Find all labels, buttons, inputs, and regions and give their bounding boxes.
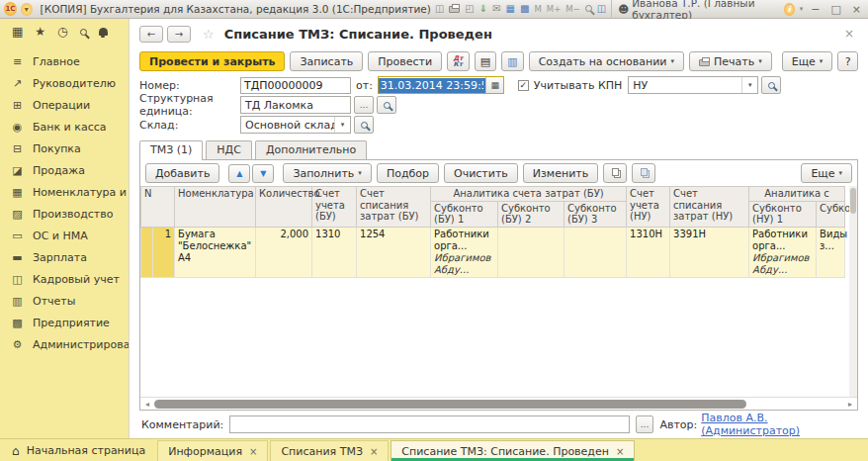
- panels-icon[interactable]: ◫: [597, 4, 606, 14]
- cell-n[interactable]: 1: [153, 227, 175, 277]
- zoom-icon[interactable]: [585, 5, 592, 12]
- print-preview-icon[interactable]: ◰: [465, 4, 474, 14]
- fill-button[interactable]: Заполнить▾: [283, 163, 372, 183]
- calculator-icon[interactable]: ▩: [520, 4, 529, 14]
- cell-nomenclature[interactable]: Бумага "Белоснежка" А4: [175, 227, 256, 277]
- main-menu-dropdown-icon[interactable]: ▾: [21, 3, 33, 16]
- write-button[interactable]: Записать: [290, 51, 363, 71]
- registers-button[interactable]: ▥: [501, 51, 524, 71]
- unit-field[interactable]: ТД Лакомка: [240, 96, 351, 114]
- move-down-button[interactable]: ▼: [252, 164, 274, 183]
- kpn-combo[interactable]: НУ ▾: [628, 76, 758, 94]
- clear-button[interactable]: Очистить: [444, 163, 518, 183]
- warehouse-combo[interactable]: Основной склад ▾: [240, 116, 351, 134]
- minimize-button[interactable]: −: [808, 3, 823, 16]
- horizontal-scrollbar[interactable]: ◂ ▸: [140, 397, 857, 410]
- cell-sub-bu-2[interactable]: [498, 227, 564, 277]
- close-form-icon[interactable]: ×: [840, 27, 858, 41]
- number-input[interactable]: [240, 77, 351, 94]
- forward-button[interactable]: →: [167, 26, 191, 43]
- post-button[interactable]: Провести: [368, 51, 442, 71]
- edit-button[interactable]: Изменить: [523, 163, 598, 183]
- current-user[interactable]: ☻ Иванова Т.Р. (Главный бухгалтер): [611, 0, 779, 21]
- create-on-basis-button[interactable]: Создать на основании▾: [529, 51, 684, 71]
- export-icon[interactable]: ✉: [492, 4, 500, 14]
- unit-open-button[interactable]: [377, 96, 396, 114]
- comment-input[interactable]: [229, 415, 629, 433]
- help-button[interactable]: ?: [837, 51, 858, 71]
- memory-plus-button[interactable]: M+: [547, 4, 561, 14]
- search-icon[interactable]: [80, 29, 87, 36]
- unit-select-button[interactable]: ...: [354, 96, 374, 114]
- sidebar-item-administrirovanie[interactable]: ⚙Администрирование: [0, 333, 129, 355]
- cell-account-bu[interactable]: 1310: [312, 227, 357, 277]
- comment-select-button[interactable]: ...: [636, 415, 654, 433]
- scroll-left-icon[interactable]: ◂: [142, 400, 152, 409]
- paste-rows-button[interactable]: [632, 163, 655, 183]
- kpn-checkbox[interactable]: ✓: [518, 80, 529, 91]
- cell-expense-bu[interactable]: 1254: [357, 227, 431, 277]
- move-up-button[interactable]: ▲: [228, 164, 250, 183]
- history-icon[interactable]: ◷: [57, 25, 67, 39]
- cell-sub-bu-1[interactable]: Работники орга...Ибрагимов Абду...: [431, 227, 498, 277]
- sidebar-item-nomenklatura-i-sklad[interactable]: ▦Номенклатура и склад: [0, 181, 129, 203]
- sidebar-item-bank-i-kassa[interactable]: ◉Банк и касса: [0, 116, 129, 138]
- memory-minus-button[interactable]: M−: [565, 4, 579, 14]
- close-tab-icon[interactable]: ×: [249, 446, 257, 457]
- dtkt-postings-button[interactable]: ДтКт: [447, 51, 470, 71]
- cell-expense-nu[interactable]: 3391Н: [670, 227, 749, 277]
- pick-button[interactable]: Подбор: [377, 163, 439, 183]
- calendar-picker-icon[interactable]: ▦: [485, 77, 503, 93]
- back-button[interactable]: ←: [139, 26, 163, 43]
- copy-rows-button[interactable]: [603, 163, 627, 183]
- sidebar-item-glavnoe[interactable]: ≡Главное: [0, 50, 129, 72]
- print-menu-button[interactable]: Печать▾: [689, 51, 772, 71]
- tab-tmz[interactable]: ТМЗ (1): [139, 140, 203, 160]
- horizontal-scrollbar-track[interactable]: [154, 400, 843, 409]
- cell-quantity[interactable]: 2,000: [256, 227, 312, 277]
- save-icon[interactable]: ◫: [435, 4, 444, 14]
- sidebar-item-kadrovyj-uchet[interactable]: ◫Кадровый учет: [0, 268, 129, 290]
- add-row-button[interactable]: Добавить: [145, 163, 219, 183]
- favorites-icon[interactable]: ★: [35, 25, 45, 39]
- calendar-icon[interactable]: ▦: [506, 4, 515, 14]
- tab-nds[interactable]: НДС: [206, 140, 252, 159]
- tab-dopolnitelno[interactable]: Дополнительно: [255, 140, 367, 159]
- info-button[interactable]: i: [784, 3, 794, 16]
- horizontal-scrollbar-thumb[interactable]: [154, 400, 746, 409]
- sidebar-item-pokupka[interactable]: ⊟Покупка: [0, 138, 129, 159]
- post-and-close-button[interactable]: Провести и закрыть: [139, 51, 285, 71]
- cell-sub-nu-1[interactable]: Работники орга...Ибрагимов Абду...: [749, 227, 817, 277]
- row-selector[interactable]: [141, 227, 153, 277]
- taskbar-tab-informaciya[interactable]: Информация ×: [157, 440, 268, 461]
- sidebar-item-otchety[interactable]: ▥Отчеты: [0, 290, 129, 312]
- vertical-scrollbar-thumb[interactable]: [850, 188, 856, 214]
- sidebar-item-proizvodstvo[interactable]: ▨Производство: [0, 203, 129, 225]
- app-logo-icon[interactable]: 1С: [4, 2, 17, 16]
- close-tab-icon[interactable]: ×: [616, 446, 624, 457]
- cell-sub-bu-3[interactable]: [564, 227, 627, 277]
- chevron-down-icon[interactable]: ▾: [741, 77, 757, 93]
- sidebar-item-rukovoditelyu[interactable]: ↗Руководителю: [0, 72, 129, 94]
- document-list-button[interactable]: ▤: [475, 51, 497, 71]
- print-icon[interactable]: [449, 6, 460, 13]
- import-icon[interactable]: ⇓: [479, 4, 487, 14]
- date-input[interactable]: [379, 78, 485, 93]
- kpn-open-button[interactable]: [761, 76, 781, 94]
- cell-account-nu[interactable]: 1310Н: [627, 227, 670, 277]
- taskbar-tab-home[interactable]: ⌂ Начальная страница: [2, 440, 155, 461]
- info-dropdown-icon[interactable]: ▾: [800, 6, 804, 13]
- taskbar-tab-spisaniya-tmz[interactable]: Списания ТМЗ ×: [270, 440, 389, 461]
- sidebar-item-operacii[interactable]: ⊞Операции: [0, 94, 129, 116]
- vertical-scrollbar[interactable]: [849, 186, 857, 397]
- sidebar-item-zarplata[interactable]: ▬Зарплата: [0, 246, 129, 268]
- sidebar-item-os-i-nma[interactable]: ▭ОС и НМА: [0, 225, 129, 246]
- cell-sub-nu-2[interactable]: Виды з...: [817, 227, 845, 277]
- sidebar-item-predpriyatie[interactable]: ▩Предприятие: [0, 312, 129, 333]
- chevron-down-icon[interactable]: ▾: [334, 117, 350, 133]
- favorite-star-icon[interactable]: ☆: [203, 27, 215, 42]
- more-button[interactable]: Еще▾: [782, 51, 833, 71]
- close-window-button[interactable]: ×: [849, 3, 864, 16]
- scroll-right-icon[interactable]: ▸: [845, 400, 855, 409]
- close-tab-icon[interactable]: ×: [370, 446, 378, 457]
